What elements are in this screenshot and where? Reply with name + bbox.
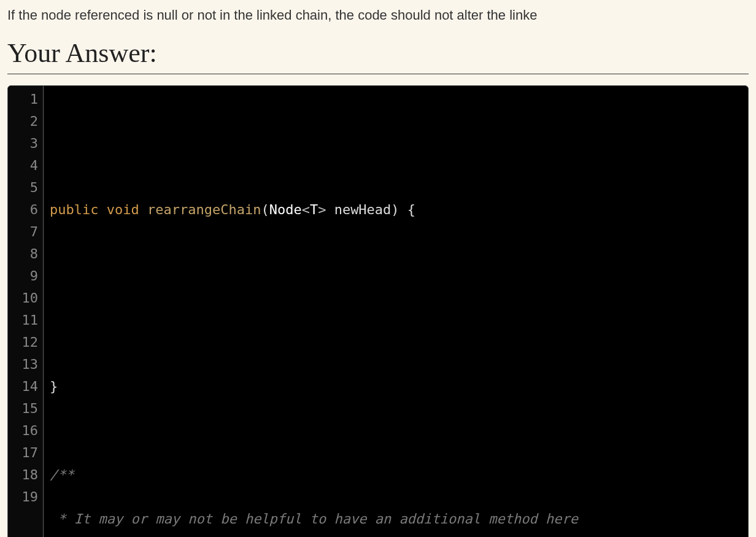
line-number: 7: [8, 221, 38, 243]
line-number: 11: [8, 309, 38, 331]
line-number: 19: [8, 486, 38, 508]
line-number: 12: [8, 331, 38, 353]
heading-underline: [7, 74, 749, 74]
line-number: 15: [8, 398, 38, 420]
line-number: 3: [8, 133, 38, 155]
code-line[interactable]: [50, 110, 742, 133]
line-number: 10: [8, 287, 38, 309]
type-name: Node: [269, 202, 302, 217]
line-number: 9: [8, 265, 38, 287]
code-line[interactable]: [50, 243, 742, 265]
close-paren: ): [391, 202, 399, 217]
line-number: 16: [8, 420, 38, 442]
line-number-gutter: 1 2 3 4 5 6 7 8 9 10 11 12 13 14 15 16 1…: [8, 86, 44, 537]
line-number: 4: [8, 155, 38, 177]
code-line[interactable]: [50, 287, 742, 309]
code-line[interactable]: [50, 331, 742, 353]
line-number: 13: [8, 353, 38, 376]
open-brace: {: [399, 202, 416, 217]
code-content[interactable]: public void rearrangeChain(Node<T> newHe…: [44, 86, 748, 537]
close-brace: }: [50, 379, 58, 394]
parameter: newHead: [326, 202, 391, 217]
instruction-text: If the node referenced is null or not in…: [0, 0, 756, 25]
generic-type: T: [310, 202, 318, 217]
keyword-public: public: [50, 202, 98, 217]
function-name: rearrangeChain: [147, 202, 261, 217]
code-line[interactable]: public void rearrangeChain(Node<T> newHe…: [50, 199, 742, 221]
code-editor[interactable]: 1 2 3 4 5 6 7 8 9 10 11 12 13 14 15 16 1…: [7, 85, 749, 537]
line-number: 17: [8, 442, 38, 464]
code-line[interactable]: }: [50, 376, 742, 398]
answer-heading: Your Answer:: [0, 25, 756, 74]
angle-bracket: <: [302, 202, 310, 217]
line-number: 14: [8, 376, 38, 398]
line-number: 18: [8, 464, 38, 486]
open-paren: (: [261, 202, 269, 217]
line-number: 1: [8, 88, 38, 110]
line-number: 6: [8, 199, 38, 221]
line-number: 5: [8, 177, 38, 199]
code-line-comment[interactable]: * It may or may not be helpful to have a…: [50, 508, 742, 530]
code-line-comment[interactable]: /**: [50, 464, 742, 486]
code-line[interactable]: [50, 155, 742, 177]
line-number: 2: [8, 110, 38, 133]
line-number: 8: [8, 243, 38, 265]
angle-bracket: >: [318, 202, 326, 217]
keyword-void: void: [107, 202, 139, 217]
code-line[interactable]: [50, 420, 742, 442]
